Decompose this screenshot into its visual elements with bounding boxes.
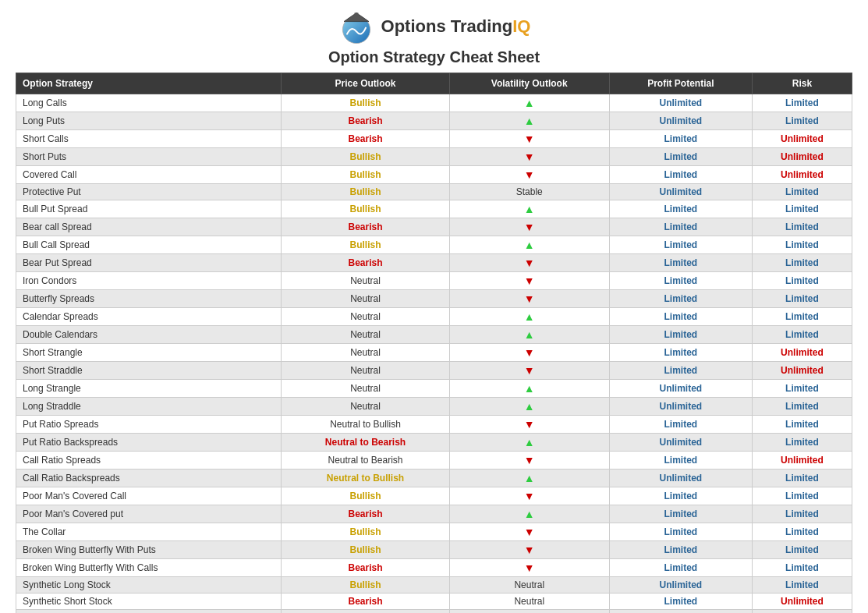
profit-potential: Limited xyxy=(609,236,752,254)
risk-level: Limited xyxy=(752,94,852,112)
strategy-name: Bear Put Spread xyxy=(16,254,282,272)
price-outlook: Bullish xyxy=(282,541,449,559)
col-risk: Risk xyxy=(752,73,852,94)
vol-outlook: ▲ xyxy=(449,380,609,398)
vol-arrow-up-icon: ▲ xyxy=(524,382,535,395)
logo-icon xyxy=(338,8,375,45)
table-row: Put Ratio BackspreadsNeutral to Bearish▲… xyxy=(16,434,852,452)
table-row: Short StraddleNeutral▼LimitedUnlimited xyxy=(16,362,852,380)
strategy-name: Put Ratio Backspreads xyxy=(16,434,282,452)
price-outlook: Neutral to Bearish xyxy=(282,434,449,452)
strategy-name: Broken Wing Butterfly With Puts xyxy=(16,541,282,559)
profit-potential: Limited xyxy=(609,326,752,344)
vol-arrow-up-icon: ▲ xyxy=(524,97,535,109)
vol-outlook: ▲ xyxy=(449,308,609,326)
strategy-name: Short Straddle xyxy=(16,362,282,380)
price-outlook: Neutral xyxy=(282,398,449,416)
strategy-name: Long Strangle xyxy=(16,380,282,398)
vol-outlook: ▲ xyxy=(449,326,609,344)
profit-potential: Unlimited xyxy=(609,94,752,112)
vol-arrow-down-icon: ▼ xyxy=(524,275,535,287)
table-row: Bull Put SpreadBullish▲LimitedLimited xyxy=(16,200,852,218)
table-row: Synthetic Short StockBearishNeutralLimit… xyxy=(16,594,852,610)
vol-outlook: ▼ xyxy=(449,487,609,505)
table-row: Risk ReversalBullishNeutralUnlimitedLimi… xyxy=(16,610,852,614)
vol-arrow-up-icon: ▲ xyxy=(524,239,535,251)
vol-arrow-down-icon: ▼ xyxy=(524,490,535,502)
vol-outlook: ▼ xyxy=(449,254,609,272)
vol-outlook: ▲ xyxy=(449,434,609,452)
table-row: Call Ratio BackspreadsNeutral to Bullish… xyxy=(16,469,852,487)
strategy-name: Broken Wing Butterfly With Calls xyxy=(16,559,282,577)
risk-level: Limited xyxy=(752,290,852,308)
price-outlook: Bullish xyxy=(282,166,449,184)
risk-level: Unlimited xyxy=(752,362,852,380)
vol-outlook: ▼ xyxy=(449,148,609,166)
strategy-name: Butterfly Spreads xyxy=(16,290,282,308)
profit-potential: Limited xyxy=(609,362,752,380)
profit-potential: Limited xyxy=(609,487,752,505)
price-outlook: Neutral xyxy=(282,344,449,362)
vol-outlook: ▼ xyxy=(449,272,609,290)
table-row: Covered CallBullish▼LimitedUnlimited xyxy=(16,166,852,184)
vol-arrow-down-icon: ▼ xyxy=(524,454,535,466)
profit-potential: Limited xyxy=(609,200,752,218)
profit-potential: Unlimited xyxy=(609,380,752,398)
risk-level: Unlimited xyxy=(752,594,852,610)
vol-arrow-up-icon: ▲ xyxy=(524,400,535,413)
profit-potential: Unlimited xyxy=(609,112,752,130)
vol-arrow-down-icon: ▼ xyxy=(524,221,535,233)
strategy-name: Short Calls xyxy=(16,130,282,148)
price-outlook: Neutral xyxy=(282,380,449,398)
strategy-name: Call Ratio Spreads xyxy=(16,452,282,469)
vol-arrow-down-icon: ▼ xyxy=(524,418,535,431)
profit-potential: Limited xyxy=(609,523,752,541)
vol-arrow-down-icon: ▼ xyxy=(524,562,535,574)
strategy-name: Long Puts xyxy=(16,112,282,130)
price-outlook: Neutral xyxy=(282,290,449,308)
risk-level: Limited xyxy=(752,610,852,614)
strategy-name: Put Ratio Spreads xyxy=(16,416,282,434)
vol-arrow-up-icon: ▲ xyxy=(524,508,535,520)
vol-outlook: ▼ xyxy=(449,416,609,434)
vol-arrow-up-icon: ▲ xyxy=(524,328,535,341)
vol-outlook: ▲ xyxy=(449,398,609,416)
col-price-outlook: Price Outlook xyxy=(282,73,449,94)
strategy-name: Calendar Spreads xyxy=(16,308,282,326)
vol-outlook: Neutral xyxy=(449,594,609,610)
price-outlook: Bearish xyxy=(282,218,449,236)
strategy-name: Call Ratio Backspreads xyxy=(16,469,282,487)
vol-outlook: ▼ xyxy=(449,362,609,380)
price-outlook: Neutral xyxy=(282,272,449,290)
table-row: Bull Call SpreadBullish▲LimitedLimited xyxy=(16,236,852,254)
price-outlook: Bearish xyxy=(282,594,449,610)
vol-arrow-up-icon: ▲ xyxy=(524,115,535,127)
table-row: Long StraddleNeutral▲UnlimitedLimited xyxy=(16,398,852,416)
vol-arrow-up-icon: ▲ xyxy=(524,203,535,215)
strategy-name: Covered Call xyxy=(16,166,282,184)
profit-potential: Limited xyxy=(609,308,752,326)
risk-level: Limited xyxy=(752,200,852,218)
vol-arrow-down-icon: ▼ xyxy=(524,526,535,538)
risk-level: Limited xyxy=(752,112,852,130)
risk-level: Limited xyxy=(752,254,852,272)
price-outlook: Bullish xyxy=(282,610,449,614)
price-outlook: Bearish xyxy=(282,559,449,577)
profit-potential: Limited xyxy=(609,130,752,148)
table-row: The CollarBullish▼LimitedLimited xyxy=(16,523,852,541)
table-row: Butterfly SpreadsNeutral▼LimitedLimited xyxy=(16,290,852,308)
page-title: Option Strategy Cheat Sheet xyxy=(16,48,852,66)
table-row: Short StrangleNeutral▼LimitedUnlimited xyxy=(16,344,852,362)
price-outlook: Bullish xyxy=(282,200,449,218)
risk-level: Unlimited xyxy=(752,344,852,362)
strategy-name: Double Calendars xyxy=(16,326,282,344)
col-strategy: Option Strategy xyxy=(16,73,282,94)
vol-outlook: ▼ xyxy=(449,541,609,559)
strategy-name: Long Calls xyxy=(16,94,282,112)
risk-level: Limited xyxy=(752,326,852,344)
price-outlook: Bullish xyxy=(282,184,449,200)
vol-outlook: ▼ xyxy=(449,290,609,308)
vol-arrow-down-icon: ▼ xyxy=(524,544,535,556)
table-row: Broken Wing Butterfly With CallsBearish▼… xyxy=(16,559,852,577)
vol-outlook: ▲ xyxy=(449,94,609,112)
